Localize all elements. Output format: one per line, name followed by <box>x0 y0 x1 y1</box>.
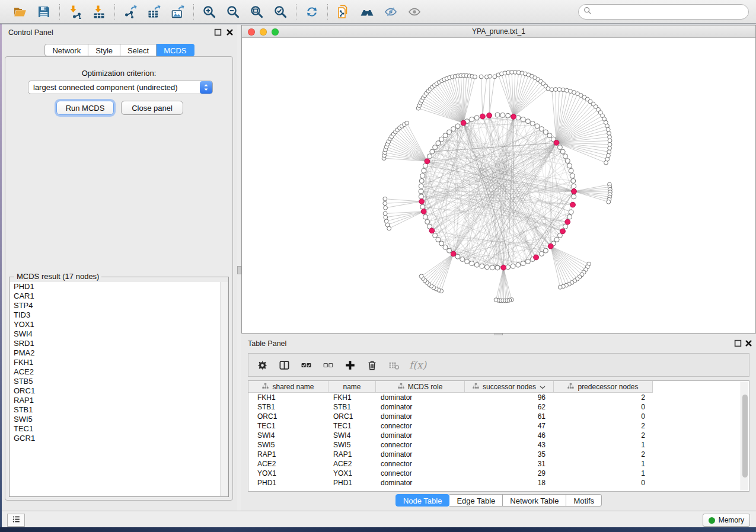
table-cell: 0 <box>554 402 653 412</box>
tab-edge-table[interactable]: Edge Table <box>449 494 503 507</box>
tab-node-table[interactable]: Node Table <box>395 494 450 507</box>
first-neighbors-icon[interactable] <box>359 4 375 20</box>
save-session-icon[interactable] <box>36 4 52 20</box>
table-cell: SWI4 <box>248 431 328 440</box>
table-row[interactable]: TEC1TEC1connector472 <box>248 421 749 431</box>
search-box[interactable] <box>578 4 749 20</box>
mcds-list-scrollbar[interactable] <box>220 282 228 496</box>
zoom-out-icon[interactable] <box>225 4 241 20</box>
create-column-icon[interactable] <box>343 358 356 371</box>
criterion-dropdown-value: largest connected component (undirected) <box>28 83 200 92</box>
mcds-result-item[interactable]: SWI4 <box>10 329 228 339</box>
table-cell: dominator <box>376 431 465 440</box>
mcds-result-item[interactable]: PMA2 <box>10 348 228 358</box>
network-window-titlebar[interactable]: YPA_prune.txt_1 <box>242 25 755 38</box>
mcds-result-item[interactable]: TID3 <box>10 310 228 320</box>
show-all-icon[interactable] <box>407 4 422 20</box>
task-history-button[interactable] <box>7 514 25 527</box>
mcds-result-item[interactable]: STB1 <box>10 405 228 415</box>
table-row[interactable]: STB1STB1dominator620 <box>248 402 749 412</box>
table-scrollbar[interactable] <box>741 382 748 491</box>
table-cell: SWI4 <box>328 431 376 440</box>
mcds-result-item[interactable]: STP4 <box>10 301 228 310</box>
tab-motifs[interactable]: Motifs <box>566 494 602 507</box>
zoom-fit-icon[interactable] <box>249 4 264 20</box>
column-header-shared-name[interactable]: shared name <box>248 381 328 393</box>
export-image-icon[interactable] <box>170 4 186 20</box>
table-row[interactable]: PHD1PHD1dominator180 <box>248 478 749 488</box>
zoom-selected-icon[interactable] <box>273 4 288 20</box>
tab-network-table[interactable]: Network Table <box>503 494 566 507</box>
run-mcds-button[interactable]: Run MCDS <box>56 101 114 115</box>
table-mode-icon[interactable] <box>256 358 269 371</box>
table-row[interactable]: ORC1ORC1dominator610 <box>248 412 749 421</box>
mcds-result-list[interactable]: PHD1CAR1STP4TID3YOX1SWI4SRD1PMA2FKH1ACE2… <box>10 282 228 496</box>
mcds-result-item[interactable]: ACE2 <box>10 367 228 377</box>
table-row[interactable]: RAP1RAP1dominator352 <box>248 450 749 459</box>
import-network-database-icon[interactable] <box>336 4 351 20</box>
attribute-type-icon <box>473 383 479 391</box>
mcds-result-item[interactable]: STB5 <box>10 377 228 386</box>
export-network-icon[interactable] <box>123 4 138 20</box>
mcds-result-item[interactable]: SWI5 <box>10 415 228 424</box>
mcds-result-item[interactable]: FKH1 <box>10 358 228 367</box>
hide-selected-icon[interactable] <box>383 4 398 20</box>
control-panel-title: Control Panel <box>8 28 53 37</box>
zoom-in-icon[interactable] <box>202 4 217 20</box>
apply-layout-icon[interactable] <box>304 4 320 20</box>
close-panel-button[interactable]: Close panel <box>121 101 183 115</box>
criterion-dropdown[interactable]: largest connected component (undirected) <box>28 81 213 94</box>
table-row[interactable]: SWI5SWI5connector431 <box>248 440 749 450</box>
column-header-successor-nodes[interactable]: successor nodes <box>465 381 554 393</box>
close-icon[interactable] <box>745 339 752 347</box>
mcds-result-item[interactable]: TEC1 <box>10 424 228 434</box>
close-icon[interactable] <box>226 28 234 36</box>
table-row[interactable]: YOX1YOX1connector291 <box>248 469 749 478</box>
table-cell: TEC1 <box>248 421 328 431</box>
vertical-split-divider[interactable] <box>237 24 241 511</box>
tab-style[interactable]: Style <box>88 44 120 56</box>
delete-columns-icon[interactable] <box>365 358 378 371</box>
desktop-background-bottom <box>0 527 756 532</box>
float-window-icon[interactable] <box>734 339 742 347</box>
mcds-result-item[interactable]: RAP1 <box>10 396 228 405</box>
network-graph-canvas[interactable] <box>242 38 755 333</box>
tab-mcds[interactable]: MCDS <box>157 44 194 56</box>
table-cell: RAP1 <box>248 450 328 459</box>
select-all-columns-icon[interactable] <box>299 358 312 371</box>
float-window-icon[interactable] <box>214 28 222 36</box>
column-header-predecessor-nodes[interactable]: predecessor nodes <box>554 381 653 393</box>
mcds-result-item[interactable]: YOX1 <box>10 320 228 329</box>
mcds-result-item[interactable]: SRD1 <box>10 339 228 348</box>
mcds-result-item[interactable]: PHD1 <box>10 282 228 291</box>
export-table-icon[interactable] <box>146 4 162 20</box>
search-input[interactable] <box>595 5 748 18</box>
table-row[interactable]: FKH1FKH1dominator962 <box>248 393 749 402</box>
unselect-all-columns-icon[interactable] <box>321 358 334 371</box>
table-panel-title: Table Panel <box>248 339 286 348</box>
table-cell: 35 <box>465 450 554 459</box>
mcds-result-item[interactable]: GCR1 <box>10 434 228 443</box>
show-columns-icon[interactable] <box>277 358 291 371</box>
table-row[interactable]: ACE2ACE2connector311 <box>248 459 749 469</box>
mcds-result-item[interactable]: CAR1 <box>10 291 228 301</box>
table-cell: 47 <box>465 421 554 431</box>
network-view-window: YPA_prune.txt_1 <box>241 25 756 334</box>
memory-button[interactable]: Memory <box>703 514 750 527</box>
network-graph[interactable] <box>242 38 755 333</box>
tab-select[interactable]: Select <box>120 44 157 56</box>
tab-network[interactable]: Network <box>44 44 88 56</box>
control-panel: Control Panel NetworkStyleSelectMCDS Opt… <box>2 24 237 511</box>
table-row[interactable]: SWI4SWI4dominator462 <box>248 431 749 440</box>
import-network-icon[interactable] <box>68 4 83 20</box>
table-cell: YOX1 <box>328 469 376 478</box>
import-table-icon[interactable] <box>91 4 107 20</box>
table-cell: PHD1 <box>248 478 328 488</box>
scrollbar-thumb[interactable] <box>742 395 748 477</box>
split-handle[interactable] <box>237 266 241 274</box>
column-header-name[interactable]: name <box>328 381 376 393</box>
open-file-icon[interactable] <box>12 4 28 20</box>
column-header-MCDS-role[interactable]: MCDS role <box>376 381 465 393</box>
mcds-result-item[interactable]: ORC1 <box>10 386 228 396</box>
mcds-result-group: MCDS result (17 nodes) PHD1CAR1STP4TID3Y… <box>9 277 229 497</box>
